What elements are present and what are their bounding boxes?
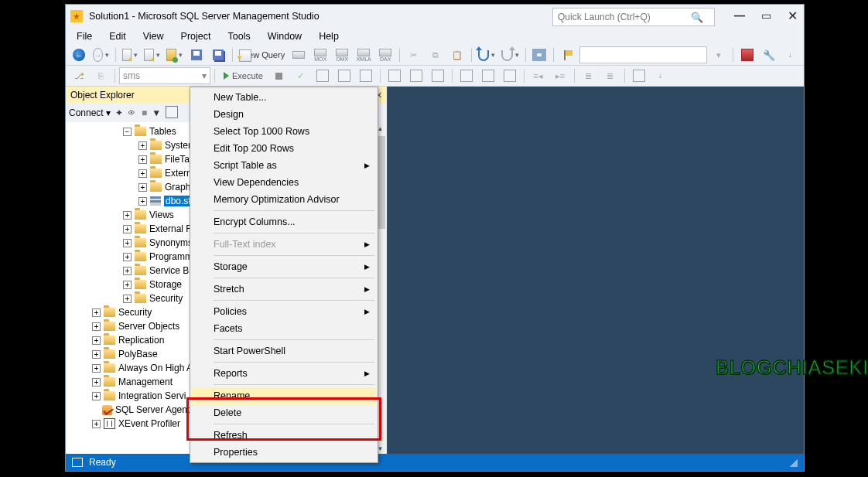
- save-button[interactable]: [186, 47, 207, 63]
- tree-xevent[interactable]: XEvent Profiler: [118, 418, 180, 429]
- expander-icon[interactable]: +: [138, 155, 147, 164]
- activity-monitor-icon[interactable]: [737, 47, 757, 63]
- indent-right-icon[interactable]: ▸≡: [550, 68, 570, 83]
- results-text-icon[interactable]: [406, 68, 426, 83]
- oe-ic1[interactable]: ✦: [115, 107, 123, 118]
- expander-icon[interactable]: +: [92, 336, 101, 345]
- context-menu-item[interactable]: View Dependencies: [192, 174, 376, 191]
- stop-button[interactable]: [269, 68, 289, 83]
- tree-views[interactable]: Views: [149, 210, 174, 220]
- comment-icon[interactable]: [456, 68, 477, 83]
- quick-launch-box[interactable]: 🔍: [552, 8, 715, 26]
- tree-extr[interactable]: External R: [149, 223, 193, 234]
- save-all-button[interactable]: [208, 47, 228, 63]
- tree-alwayson[interactable]: Always On High A: [118, 363, 193, 373]
- oe-ic2[interactable]: ᯣ: [128, 107, 137, 118]
- context-menu-item[interactable]: Script Table as▶: [192, 157, 376, 174]
- props-button[interactable]: [529, 47, 549, 63]
- copy-button[interactable]: ⧉: [425, 47, 446, 63]
- uncomment-icon[interactable]: [478, 68, 498, 83]
- dax-query-icon[interactable]: DAX: [375, 47, 395, 63]
- tree-integration[interactable]: Integration Servi: [118, 390, 186, 401]
- tree-serverobj[interactable]: Server Objects: [118, 321, 179, 332]
- context-menu-item[interactable]: New Table...: [192, 89, 376, 106]
- expander-icon[interactable]: +: [123, 239, 132, 247]
- stats-icon[interactable]: [356, 68, 376, 83]
- context-menu-item[interactable]: Start PowerShell: [192, 342, 376, 359]
- resize-grip-icon[interactable]: [787, 458, 798, 467]
- toolbar2-overflow[interactable]: ⇣: [651, 68, 671, 83]
- context-menu-item[interactable]: Memory Optimization Advisor: [192, 191, 376, 208]
- expander-icon[interactable]: +: [92, 420, 101, 428]
- expander-icon[interactable]: +: [92, 392, 101, 400]
- db-engine-query-icon[interactable]: [289, 47, 309, 63]
- context-menu-item[interactable]: Select Top 1000 Rows: [192, 123, 376, 140]
- context-menu-item[interactable]: Design: [192, 106, 376, 123]
- expander-icon[interactable]: +: [138, 183, 147, 192]
- context-menu-item[interactable]: Edit Top 200 Rows: [192, 140, 376, 157]
- context-menu-item[interactable]: Delete: [192, 404, 376, 421]
- menu-window[interactable]: Window: [260, 29, 309, 43]
- tree-programm[interactable]: Programm: [149, 251, 193, 262]
- minimize-button[interactable]: —: [730, 7, 750, 24]
- template-icon[interactable]: ≣: [600, 68, 620, 83]
- indent-icon[interactable]: [500, 68, 520, 83]
- context-menu-item[interactable]: Stretch▶: [192, 281, 376, 298]
- results-grid-icon[interactable]: [384, 68, 405, 83]
- results-file-icon[interactable]: [428, 68, 448, 83]
- expander-icon[interactable]: +: [123, 211, 132, 220]
- quick-launch-input[interactable]: [556, 11, 691, 23]
- context-menu-item[interactable]: Reports▶: [192, 365, 376, 382]
- tree-sqlagent[interactable]: SQL Server Agent: [115, 404, 190, 415]
- indent-left-icon[interactable]: ≡◂: [528, 68, 548, 83]
- paste-button[interactable]: 📋: [447, 47, 467, 63]
- tree-security-inner[interactable]: Security: [149, 293, 183, 304]
- tree-synonyms[interactable]: Synonyms: [149, 237, 193, 248]
- undo-button[interactable]: [476, 47, 497, 63]
- nav-back-button[interactable]: ←: [69, 47, 89, 63]
- toolbar-search-dd[interactable]: ▾: [709, 47, 729, 63]
- mdx-query-icon[interactable]: MOX: [310, 47, 330, 63]
- menu-project[interactable]: Project: [173, 29, 219, 43]
- tree-storage[interactable]: Storage: [149, 279, 182, 290]
- oe-ic3[interactable]: ■: [142, 107, 147, 118]
- menu-file[interactable]: File: [69, 29, 100, 43]
- execute-button[interactable]: Execute: [219, 68, 268, 83]
- menu-edit[interactable]: Edit: [101, 29, 134, 43]
- menu-tools[interactable]: Tools: [220, 29, 258, 43]
- new-file-button[interactable]: [142, 47, 162, 63]
- expander-icon[interactable]: +: [123, 225, 132, 233]
- oe-ic4[interactable]: ▼: [152, 107, 161, 118]
- close-button[interactable]: ✕: [782, 7, 802, 24]
- context-menu-item[interactable]: Refresh: [192, 427, 376, 444]
- menu-help[interactable]: Help: [311, 29, 347, 43]
- sq-options-icon[interactable]: [629, 68, 649, 83]
- expander-icon[interactable]: +: [92, 364, 101, 373]
- database-dropdown[interactable]: sms▾: [119, 67, 210, 84]
- tree-tables[interactable]: Tables: [149, 126, 176, 137]
- maximize-button[interactable]: ▭: [756, 7, 776, 24]
- settings-icon[interactable]: 🔧: [759, 47, 779, 63]
- new-query-button[interactable]: New Query: [237, 47, 287, 63]
- expander-icon[interactable]: +: [123, 253, 132, 261]
- new-project-button[interactable]: [120, 47, 141, 63]
- menu-view[interactable]: View: [135, 29, 172, 43]
- expander-icon[interactable]: +: [92, 350, 101, 359]
- dmx-query-icon[interactable]: OMX: [332, 47, 352, 63]
- expander-icon[interactable]: −: [123, 128, 132, 136]
- tree-replication[interactable]: Replication: [118, 335, 164, 346]
- context-menu-item[interactable]: Storage▶: [192, 258, 376, 275]
- tree-management[interactable]: Management: [118, 376, 173, 387]
- estplan-icon[interactable]: [313, 68, 333, 83]
- tree-graph[interactable]: Graph: [165, 182, 190, 193]
- context-menu-item[interactable]: Properties: [192, 444, 376, 461]
- open-file-button[interactable]: [164, 47, 185, 63]
- expander-icon[interactable]: +: [138, 197, 147, 206]
- expander-icon[interactable]: +: [123, 295, 132, 303]
- context-menu-item[interactable]: Full-Text index▶: [192, 236, 376, 253]
- expander-icon[interactable]: +: [92, 378, 101, 387]
- showplan-icon[interactable]: [334, 68, 354, 83]
- nav-forward-button[interactable]: →: [91, 47, 111, 63]
- redo-button[interactable]: [499, 47, 521, 63]
- parse-button[interactable]: ✓: [291, 68, 311, 83]
